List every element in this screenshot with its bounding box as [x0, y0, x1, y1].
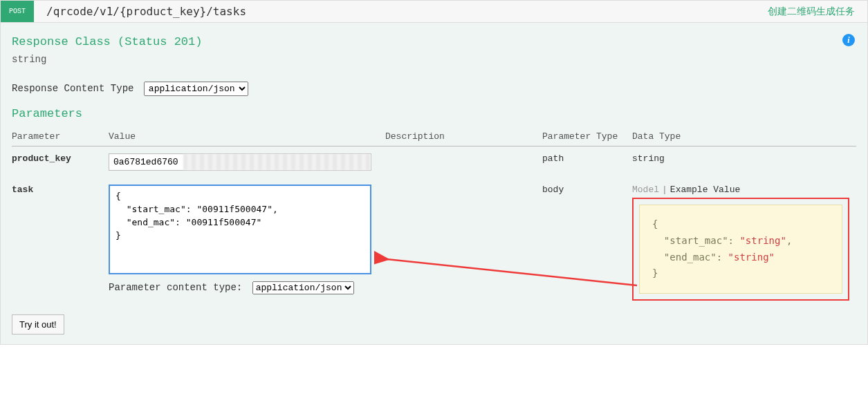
response-content-type-label: Response Content Type	[12, 83, 133, 94]
response-class-title: Response Class (Status 201)	[12, 35, 856, 48]
param-description	[385, 178, 542, 308]
response-content-type-select[interactable]: application/json	[144, 82, 248, 96]
endpoint-path: /qrcode/v1/{product_key}/tasks	[34, 5, 768, 18]
operation-header[interactable]: POST /qrcode/v1/{product_key}/tasks 创建二维…	[1, 1, 867, 23]
col-header-description: Description	[385, 127, 542, 147]
product-key-input[interactable]	[109, 153, 371, 171]
param-data-type: string	[632, 147, 856, 178]
col-header-value: Value	[109, 127, 385, 147]
param-type: body	[542, 178, 632, 308]
parameters-table: Parameter Value Description Parameter Ty…	[12, 127, 856, 308]
param-description	[385, 147, 542, 178]
response-type: string	[12, 54, 856, 65]
param-content-type-row: Parameter content type: application/json	[109, 277, 378, 294]
path-segment: /qrcode/v1/	[46, 5, 120, 18]
tab-model[interactable]: Model	[632, 185, 659, 195]
param-name: task	[12, 178, 109, 308]
tab-example-value[interactable]: Example Value	[670, 185, 740, 195]
api-operation-panel: POST /qrcode/v1/{product_key}/tasks 创建二维…	[0, 0, 868, 345]
param-value-cell: Parameter content type: application/json	[109, 178, 385, 308]
col-header-parameter: Parameter	[12, 127, 109, 147]
path-segment: /tasks	[206, 5, 246, 18]
http-method-badge: POST	[1, 1, 34, 22]
example-json: { "start_mac": "string", "end_mac": "str…	[639, 205, 842, 294]
param-content-type-label: Parameter content type:	[109, 282, 242, 293]
param-name: product_key	[12, 147, 109, 178]
try-it-out-button[interactable]: Try it out!	[12, 314, 64, 334]
task-body-textarea[interactable]	[109, 185, 371, 274]
operation-content: i Response Class (Status 201) string Res…	[1, 23, 867, 344]
table-row: product_key path string	[12, 147, 856, 178]
param-content-type-select[interactable]: application/json	[252, 281, 354, 294]
col-header-param-type: Parameter Type	[542, 127, 632, 147]
example-value-box[interactable]: { "start_mac": "string", "end_mac": "str…	[632, 198, 849, 301]
schema-tabs: Model|Example Value	[632, 185, 849, 195]
info-icon[interactable]: i	[842, 34, 855, 46]
path-param: {product_key}	[120, 5, 206, 18]
tab-separator: |	[659, 185, 670, 195]
response-content-type-row: Response Content Type application/json	[12, 82, 856, 96]
param-data-type-cell: Model|Example Value { "start_mac": "stri…	[632, 178, 856, 308]
operation-summary: 创建二维码生成任务	[768, 6, 867, 18]
parameters-title: Parameters	[12, 107, 856, 120]
param-type: path	[542, 147, 632, 178]
col-header-data-type: Data Type	[632, 127, 856, 147]
param-value-cell	[109, 147, 385, 178]
table-row: task Parameter content type: application…	[12, 178, 856, 308]
